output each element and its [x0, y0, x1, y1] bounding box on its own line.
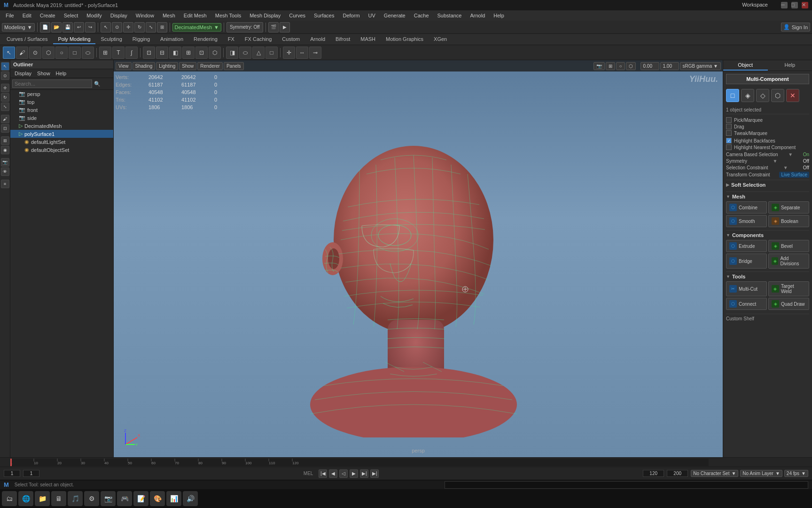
- bridge-btn[interactable]: ⬡ Bridge: [726, 254, 767, 269]
- vp-exposure-input[interactable]: 0.00: [640, 62, 659, 70]
- outliner-item-persp[interactable]: 📷 persp: [10, 90, 113, 98]
- nurbs-btn[interactable]: ∫: [125, 47, 138, 59]
- tab-curves-surfaces[interactable]: Curves / Surfaces: [2, 35, 52, 44]
- magnet-lt-btn[interactable]: ◉: [1, 146, 9, 154]
- tab-rigging[interactable]: Rigging: [128, 35, 155, 44]
- outliner-help-menu[interactable]: Help: [54, 70, 69, 77]
- vp-cam-selector[interactable]: 📷: [593, 62, 605, 70]
- move-btn[interactable]: ✛: [123, 22, 133, 32]
- menu-mesh-display[interactable]: Mesh Display: [246, 12, 284, 19]
- tab-animation[interactable]: Animation: [156, 35, 188, 44]
- open-file-btn[interactable]: 📂: [51, 22, 62, 32]
- mesh-type-dropdown[interactable]: DecimatedMesh ▼: [172, 23, 221, 32]
- mesh-type-solid[interactable]: □: [726, 89, 739, 102]
- separate-btn[interactable]: ◈ Separate: [768, 201, 809, 214]
- move-comp-btn[interactable]: ✛: [283, 47, 295, 59]
- mesh-type-edge[interactable]: ⬡: [771, 89, 784, 102]
- vp-menu-lighting[interactable]: Lighting: [156, 62, 178, 70]
- taskbar-icon-3[interactable]: 📁: [35, 491, 50, 506]
- smooth-icon-btn[interactable]: ⬭: [239, 47, 251, 59]
- slide-comp-btn[interactable]: ↔: [296, 47, 308, 59]
- taskbar-icon-8[interactable]: 🎮: [117, 491, 132, 506]
- sculpt-btn[interactable]: ⊙: [29, 47, 41, 59]
- timeline-ruler[interactable]: 1 10 20 30 40 50 60 70 80 90 100 110 120: [10, 459, 709, 466]
- extrude-icon-btn[interactable]: ⊡: [143, 47, 155, 59]
- skip-start-btn[interactable]: |◀: [319, 469, 327, 478]
- bridge-icon-btn[interactable]: ⊟: [156, 47, 168, 59]
- save-file-btn[interactable]: 💾: [62, 22, 73, 32]
- select-lt-btn[interactable]: ↖: [1, 62, 9, 71]
- timeline-start-input[interactable]: [4, 470, 20, 477]
- signin-btn[interactable]: 👤 Sign In: [781, 23, 810, 32]
- poly-icon-btn[interactable]: ⬡: [42, 47, 55, 59]
- tab-rendering[interactable]: Rendering: [189, 35, 222, 44]
- menu-surfaces[interactable]: Surfaces: [310, 12, 338, 19]
- menu-uv[interactable]: UV: [365, 12, 379, 19]
- paint-btn[interactable]: 🖌: [16, 47, 28, 59]
- view-lt-btn[interactable]: 👁: [1, 167, 9, 176]
- mesh-section-header[interactable]: ▼ Mesh: [726, 191, 809, 201]
- redo-btn[interactable]: ↪: [85, 22, 95, 32]
- tab-custom[interactable]: Custom: [277, 35, 304, 44]
- menu-mesh-tools[interactable]: Mesh Tools: [211, 12, 245, 19]
- select-tool-btn[interactable]: ↖: [101, 22, 111, 32]
- highlight-backfaces-cb[interactable]: [726, 138, 732, 143]
- menu-edit-mesh[interactable]: Edit Mesh: [180, 12, 211, 19]
- select-icon-btn[interactable]: ↖: [3, 47, 15, 59]
- tweak-marquee-cb[interactable]: [726, 130, 732, 136]
- tab-arnold[interactable]: Arnold: [305, 35, 330, 44]
- taskbar-icon-11[interactable]: 📊: [166, 491, 181, 506]
- scale-lt-btn[interactable]: ⤡: [1, 103, 9, 111]
- vp-menu-show[interactable]: Show: [179, 62, 196, 70]
- vp-gamma-input[interactable]: 1.00: [660, 62, 679, 70]
- boolean-btn[interactable]: ◈ Boolean: [768, 215, 809, 227]
- triangulate-btn[interactable]: △: [252, 47, 265, 59]
- outliner-item-side[interactable]: 📷 side: [10, 114, 113, 122]
- menu-substance[interactable]: Substance: [434, 12, 466, 19]
- cyl-btn[interactable]: ⬭: [82, 47, 94, 59]
- menu-edit[interactable]: Edit: [19, 12, 35, 19]
- tab-fx-caching[interactable]: FX Caching: [240, 35, 276, 44]
- menu-help[interactable]: Help: [490, 12, 508, 19]
- combine-icon-btn[interactable]: ⊞: [99, 47, 111, 59]
- anim-layer-dropdown[interactable]: No Anim Layer ▼: [740, 470, 782, 477]
- bevel-btn[interactable]: ◈ Bevel: [768, 240, 809, 252]
- outliner-item-objectset[interactable]: ◉ defaultObjectSet: [10, 146, 113, 154]
- timeline-end-input[interactable]: [643, 470, 664, 477]
- taskbar-icon-2[interactable]: 🌐: [18, 491, 33, 506]
- mesh-type-close[interactable]: ✕: [786, 89, 799, 102]
- scale-btn[interactable]: ⤡: [146, 22, 156, 32]
- taskbar-icon-5[interactable]: 🎵: [68, 491, 83, 506]
- vp-shaded-btn[interactable]: ○: [616, 62, 625, 70]
- undo-btn[interactable]: ↩: [74, 22, 84, 32]
- snap-lt-btn[interactable]: ⊞: [1, 136, 9, 145]
- vp-menu-view[interactable]: View: [116, 62, 132, 70]
- quad-draw-btn[interactable]: ◈ Quad Draw: [768, 298, 809, 310]
- transform-btn[interactable]: ⊞: [157, 22, 167, 32]
- timeline-total-input[interactable]: [667, 470, 688, 477]
- ipr-btn[interactable]: ▶: [280, 22, 290, 32]
- taskbar-icon-6[interactable]: ⚙: [84, 491, 99, 506]
- drag-cb[interactable]: [726, 124, 732, 129]
- brush-lt-btn[interactable]: 🖌: [1, 115, 9, 123]
- menu-display[interactable]: Display: [107, 12, 131, 19]
- outliner-display-menu[interactable]: Display: [12, 70, 34, 77]
- outliner-item-front[interactable]: 📷 front: [10, 106, 113, 114]
- soft-selection-header[interactable]: ▶ Soft Selection: [726, 180, 809, 190]
- outliner-item-lightset[interactable]: ◉ defaultLightSet: [10, 138, 113, 146]
- menu-mesh[interactable]: Mesh: [159, 12, 179, 19]
- symmetry-btn[interactable]: Symmetry: Off: [226, 22, 263, 32]
- tab-fx[interactable]: FX: [223, 35, 239, 44]
- char-set-dropdown[interactable]: No Character Set ▼: [691, 470, 738, 477]
- rotate-btn[interactable]: ↻: [134, 22, 145, 32]
- components-section-header[interactable]: ▼ Components: [726, 230, 809, 240]
- vp-gamma-dropdown[interactable]: sRGB gamma ▼: [680, 62, 721, 70]
- camera-lt-btn[interactable]: 📷: [1, 158, 9, 167]
- mode-dropdown[interactable]: Modeling ▼: [2, 23, 35, 32]
- bevel-icon-btn[interactable]: ◧: [169, 47, 181, 59]
- outliner-item-polysurface[interactable]: ▷ polySurface1: [10, 130, 113, 138]
- menu-modify[interactable]: Modify: [83, 12, 105, 19]
- menu-curves[interactable]: Curves: [285, 12, 309, 19]
- rotate-lt-btn[interactable]: ↻: [1, 93, 9, 102]
- combine-btn[interactable]: ⬡ Combine: [726, 201, 767, 214]
